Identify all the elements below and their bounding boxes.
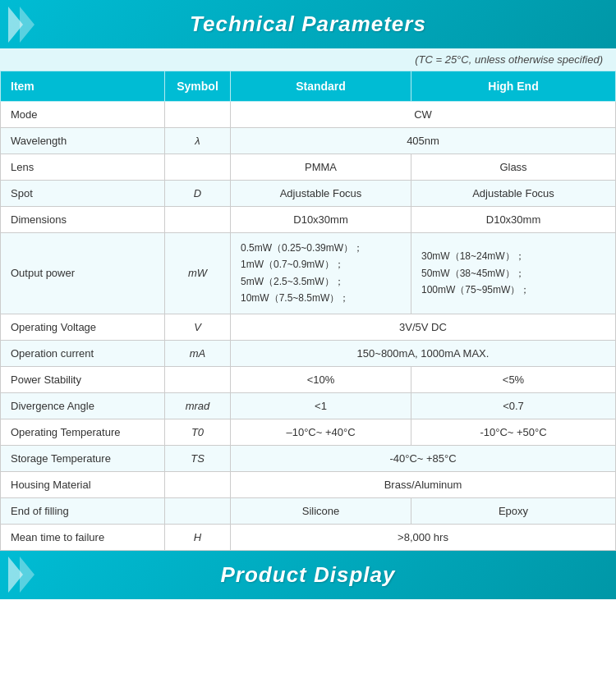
cell-item: Operating Temperature bbox=[1, 419, 165, 445]
cell-symbol bbox=[165, 366, 231, 392]
cell-item: Operation current bbox=[1, 340, 165, 366]
subtitle-row: (TC = 25°C, unless otherwise specified) bbox=[0, 48, 616, 71]
cell-symbol bbox=[165, 102, 231, 128]
cell-standard-colspan: -40°C~ +85°C bbox=[231, 445, 616, 471]
footer-chevrons bbox=[8, 557, 31, 593]
cell-standard-colspan: 405nm bbox=[231, 128, 616, 154]
cell-item: Spot bbox=[1, 181, 165, 207]
cell-symbol: T0 bbox=[165, 419, 231, 445]
footer-title: Product Display bbox=[221, 562, 396, 588]
cell-item: Power Stability bbox=[1, 366, 165, 392]
table-row: ModeCW bbox=[1, 102, 616, 128]
cell-highend: Glass bbox=[411, 154, 616, 181]
footer-chevron-icon-2 bbox=[20, 557, 34, 593]
cell-symbol bbox=[165, 207, 231, 233]
chevron-icon-2 bbox=[20, 7, 34, 43]
table-row: Mean time to failureH>8,000 hrs bbox=[1, 524, 616, 550]
cell-standard: Adjustable Focus bbox=[231, 181, 411, 207]
cell-item: Mode bbox=[1, 102, 165, 128]
cell-item: Dimensions bbox=[1, 207, 165, 233]
cell-standard: D10x30mm bbox=[231, 207, 411, 233]
cell-highend: <5% bbox=[411, 366, 616, 392]
col-standard: Standard bbox=[231, 71, 411, 102]
cell-standard: Silicone bbox=[231, 497, 411, 524]
table-row: DimensionsD10x30mmD10x30mm bbox=[1, 207, 616, 233]
table-row: SpotDAdjustable FocusAdjustable Focus bbox=[1, 181, 616, 207]
cell-item: Output power bbox=[1, 233, 165, 314]
header-bar: Technical Parameters bbox=[0, 0, 616, 48]
col-item: Item bbox=[1, 71, 165, 102]
cell-symbol bbox=[165, 497, 231, 524]
header-chevrons bbox=[8, 7, 31, 43]
cell-symbol: H bbox=[165, 524, 231, 550]
cell-standard-colspan: 150~800mA, 1000mA MAX. bbox=[231, 340, 616, 366]
cell-output-highend: 30mW（18~24mW）；50mW（38~45mW）；100mW（75~95m… bbox=[411, 233, 616, 314]
cell-output-standard: 0.5mW（0.25~0.39mW）；1mW（0.7~0.9mW）；5mW（2.… bbox=[231, 233, 411, 314]
cell-item: Mean time to failure bbox=[1, 524, 165, 550]
cell-highend: D10x30mm bbox=[411, 207, 616, 233]
cell-highend: Adjustable Focus bbox=[411, 181, 616, 207]
cell-symbol bbox=[165, 154, 231, 181]
cell-item: End of filling bbox=[1, 497, 165, 524]
table-row: LensPMMAGlass bbox=[1, 154, 616, 181]
subtitle-text: (TC = 25°C, unless otherwise specified) bbox=[415, 53, 603, 66]
cell-symbol: mA bbox=[165, 340, 231, 366]
cell-standard: <1 bbox=[231, 392, 411, 419]
page-title: Technical Parameters bbox=[190, 11, 426, 37]
cell-symbol: V bbox=[165, 314, 231, 340]
col-symbol: Symbol bbox=[165, 71, 231, 102]
table-row: Operation currentmA150~800mA, 1000mA MAX… bbox=[1, 340, 616, 366]
cell-item: Lens bbox=[1, 154, 165, 181]
cell-standard: PMMA bbox=[231, 154, 411, 181]
cell-highend: -10°C~ +50°C bbox=[411, 419, 616, 445]
params-table: Item Symbol Standard High End ModeCWWave… bbox=[0, 71, 616, 551]
cell-symbol: D bbox=[165, 181, 231, 207]
table-row: Output powermW0.5mW（0.25~0.39mW）；1mW（0.7… bbox=[1, 233, 616, 314]
cell-highend: <0.7 bbox=[411, 392, 616, 419]
table-row: Storage TemperatureTS-40°C~ +85°C bbox=[1, 445, 616, 471]
cell-item: Storage Temperature bbox=[1, 445, 165, 471]
cell-standard-colspan: CW bbox=[231, 102, 616, 128]
table-row: Housing MaterialBrass/Aluminum bbox=[1, 471, 616, 497]
table-row: Divergence Anglemrad<1<0.7 bbox=[1, 392, 616, 419]
cell-item: Housing Material bbox=[1, 471, 165, 497]
table-header-row: Item Symbol Standard High End bbox=[1, 71, 616, 102]
cell-item: Divergence Angle bbox=[1, 392, 165, 419]
cell-item: Operating Voltage bbox=[1, 314, 165, 340]
table-row: Operating TemperatureT0–10°C~ +40°C-10°C… bbox=[1, 419, 616, 445]
table-row: Wavelengthλ405nm bbox=[1, 128, 616, 154]
cell-standard-colspan: 3V/5V DC bbox=[231, 314, 616, 340]
cell-symbol: mW bbox=[165, 233, 231, 314]
table-row: Operating VoltageV3V/5V DC bbox=[1, 314, 616, 340]
footer-bar: Product Display bbox=[0, 551, 616, 599]
cell-standard-colspan: Brass/Aluminum bbox=[231, 471, 616, 497]
cell-symbol: mrad bbox=[165, 392, 231, 419]
cell-symbol: λ bbox=[165, 128, 231, 154]
cell-standard-colspan: >8,000 hrs bbox=[231, 524, 616, 550]
cell-symbol bbox=[165, 471, 231, 497]
table-row: End of fillingSiliconeEpoxy bbox=[1, 497, 616, 524]
cell-standard: –10°C~ +40°C bbox=[231, 419, 411, 445]
cell-standard: <10% bbox=[231, 366, 411, 392]
col-highend: High End bbox=[411, 71, 616, 102]
table-row: Power Stability<10%<5% bbox=[1, 366, 616, 392]
cell-highend: Epoxy bbox=[411, 497, 616, 524]
cell-item: Wavelength bbox=[1, 128, 165, 154]
cell-symbol: TS bbox=[165, 445, 231, 471]
